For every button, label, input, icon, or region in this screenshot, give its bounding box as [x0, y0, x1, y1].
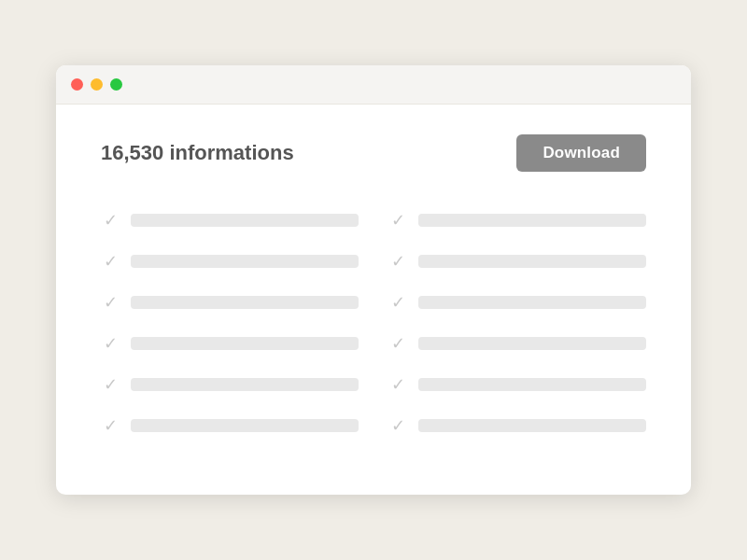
- download-button[interactable]: Download: [516, 134, 646, 172]
- placeholder-bar: [131, 296, 359, 309]
- list-item: ✓: [388, 323, 646, 364]
- list-item: ✓: [388, 405, 646, 446]
- check-icon: ✓: [101, 335, 120, 352]
- check-icon: ✓: [388, 376, 407, 393]
- check-icon: ✓: [388, 253, 407, 270]
- placeholder-bar: [418, 378, 646, 391]
- check-icon: ✓: [388, 212, 407, 229]
- check-icon: ✓: [101, 417, 120, 434]
- minimize-dot[interactable]: [91, 78, 103, 91]
- maximize-dot[interactable]: [110, 78, 122, 91]
- info-count: 16,530 informations: [101, 141, 294, 165]
- list-item: ✓: [101, 405, 359, 446]
- list-item: ✓: [388, 364, 646, 405]
- titlebar: [56, 65, 691, 105]
- list-item: ✓: [101, 241, 359, 282]
- main-content: 16,530 informations Download ✓ ✓ ✓ ✓: [56, 105, 691, 480]
- placeholder-bar: [131, 419, 359, 432]
- list-grid: ✓ ✓ ✓ ✓ ✓: [101, 200, 646, 446]
- placeholder-bar: [131, 337, 359, 350]
- check-icon: ✓: [101, 294, 120, 311]
- placeholder-bar: [418, 337, 646, 350]
- placeholder-bar: [131, 255, 359, 268]
- list-item: ✓: [101, 200, 359, 241]
- list-item: ✓: [388, 241, 646, 282]
- list-item: ✓: [101, 282, 359, 323]
- list-item: ✓: [101, 364, 359, 405]
- check-icon: ✓: [101, 253, 120, 270]
- list-item: ✓: [388, 282, 646, 323]
- placeholder-bar: [418, 255, 646, 268]
- placeholder-bar: [418, 296, 646, 309]
- app-window: 16,530 informations Download ✓ ✓ ✓ ✓: [56, 65, 691, 495]
- placeholder-bar: [131, 378, 359, 391]
- close-dot[interactable]: [71, 78, 83, 91]
- list-item: ✓: [101, 323, 359, 364]
- check-icon: ✓: [101, 376, 120, 393]
- placeholder-bar: [418, 214, 646, 227]
- check-icon: ✓: [388, 294, 407, 311]
- placeholder-bar: [131, 214, 359, 227]
- check-icon: ✓: [101, 212, 120, 229]
- placeholder-bar: [418, 419, 646, 432]
- check-icon: ✓: [388, 417, 407, 434]
- header-row: 16,530 informations Download: [101, 134, 646, 172]
- list-item: ✓: [388, 200, 646, 241]
- check-icon: ✓: [388, 335, 407, 352]
